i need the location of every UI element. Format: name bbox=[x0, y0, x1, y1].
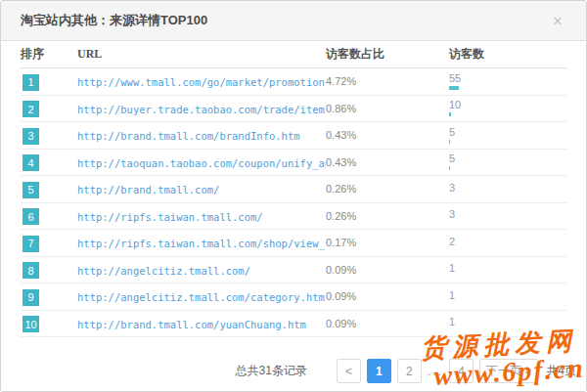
pagination: 总共31条记录 < 12...4 下一页 > 共4页 bbox=[1, 359, 586, 383]
visitor-count: 1 bbox=[449, 317, 566, 327]
visitor-count: 2 bbox=[449, 237, 566, 247]
source-detail-dialog: 淘宝站内其他：来源详情TOP100 × 排序 URL 访客数占比 访客数 1 h… bbox=[0, 0, 587, 392]
table-row: 6 http://ripfs.taiwan.tmall.com/ 0.26% 3 bbox=[21, 203, 566, 231]
table-row: 5 http://brand.tmall.com/ 0.26% 3 bbox=[21, 176, 566, 203]
total-pages-label: 共4页 bbox=[546, 363, 576, 379]
visitor-percentage: 0.09% bbox=[326, 264, 449, 276]
visitor-count: 55 bbox=[449, 73, 566, 84]
visitor-percentage: 0.26% bbox=[326, 210, 449, 222]
page-button-2[interactable]: 2 bbox=[397, 359, 422, 383]
visitor-count: 1 bbox=[449, 263, 566, 274]
close-icon[interactable]: × bbox=[549, 11, 566, 31]
rank-badge: 1 bbox=[23, 74, 39, 91]
page-ellipsis: ... bbox=[428, 365, 443, 378]
visitor-percentage: 0.43% bbox=[326, 129, 449, 141]
source-url-link[interactable]: http://ripfs.taiwan.tmall.com/ bbox=[77, 211, 263, 223]
table-row: 10 http://brand.tmall.com/yuanChuang.htm… bbox=[21, 311, 566, 338]
visitor-percentage: 0.09% bbox=[326, 318, 449, 329]
source-url-link[interactable]: http://brand.tmall.com/ bbox=[77, 184, 219, 196]
rank-badge: 7 bbox=[23, 236, 39, 252]
table-row: 3 http://brand.tmall.com/brandInfo.htm 0… bbox=[21, 122, 566, 150]
count-bar bbox=[449, 86, 459, 90]
rank-badge: 3 bbox=[23, 128, 39, 145]
count-bar bbox=[449, 140, 450, 144]
visitor-percentage: 4.72% bbox=[326, 75, 449, 87]
rank-badge: 4 bbox=[23, 154, 39, 171]
column-header-count: 访客数 bbox=[449, 46, 566, 63]
rank-badge: 10 bbox=[23, 316, 39, 332]
source-url-link[interactable]: http://angelcitiz.tmall.com/ bbox=[77, 265, 250, 277]
source-url-link[interactable]: http://brand.tmall.com/yuanChuang.htm bbox=[77, 319, 306, 330]
table-row: 2 http://buyer.trade.taobao.com/trade/it… bbox=[21, 96, 566, 123]
next-page-button[interactable]: 下一页 > bbox=[479, 359, 538, 383]
page-button-4[interactable]: 4 bbox=[449, 359, 474, 383]
visitor-percentage: 0.86% bbox=[326, 103, 449, 114]
source-url-link[interactable]: http://brand.tmall.com/brandInfo.htm bbox=[77, 130, 300, 142]
visitor-count: 5 bbox=[449, 127, 566, 138]
visitor-count: 3 bbox=[449, 209, 566, 220]
page-buttons: 12...4 bbox=[361, 359, 474, 383]
count-bar bbox=[449, 166, 450, 170]
visitor-percentage: 0.43% bbox=[326, 156, 449, 168]
rank-badge: 9 bbox=[23, 289, 39, 306]
rank-badge: 5 bbox=[23, 182, 39, 198]
source-table: 排序 URL 访客数占比 访客数 1 http://www.tmall.com/… bbox=[1, 41, 586, 337]
dialog-title: 淘宝站内其他：来源详情TOP100 bbox=[21, 12, 549, 29]
visitor-count: 1 bbox=[449, 290, 566, 301]
source-url-link[interactable]: http://taoquan.taobao.com/coupon/unify_a… bbox=[77, 157, 326, 169]
prev-page-button[interactable]: < bbox=[337, 359, 361, 383]
table-row: 4 http://taoquan.taobao.com/coupon/unify… bbox=[21, 150, 566, 177]
visitor-count: 3 bbox=[449, 183, 566, 194]
rank-badge: 8 bbox=[23, 262, 39, 279]
count-bar bbox=[449, 112, 451, 116]
visitor-percentage: 0.09% bbox=[326, 290, 449, 302]
source-url-link[interactable]: http://angelcitiz.tmall.com/category.htm bbox=[77, 291, 325, 303]
column-header-pct: 访客数占比 bbox=[326, 46, 449, 63]
rank-badge: 6 bbox=[23, 208, 39, 225]
column-header-url: URL bbox=[77, 47, 326, 62]
visitor-percentage: 0.26% bbox=[326, 183, 449, 195]
visitor-count: 5 bbox=[449, 153, 566, 164]
dialog-header: 淘宝站内其他：来源详情TOP100 × bbox=[1, 1, 586, 41]
visitor-percentage: 0.17% bbox=[326, 237, 449, 248]
table-row: 9 http://angelcitiz.tmall.com/category.h… bbox=[21, 283, 566, 311]
page-button-1[interactable]: 1 bbox=[367, 359, 391, 383]
rank-badge: 2 bbox=[23, 101, 39, 117]
table-row: 7 http://ripfs.taiwan.tmall.com/shop/vie… bbox=[21, 230, 566, 257]
visitor-count: 10 bbox=[449, 100, 566, 110]
column-header-rank: 排序 bbox=[21, 46, 77, 63]
table-header-row: 排序 URL 访客数占比 访客数 bbox=[21, 41, 566, 68]
table-body: 1 http://www.tmall.com/go/market/promoti… bbox=[21, 68, 566, 337]
table-row: 1 http://www.tmall.com/go/market/promoti… bbox=[21, 68, 566, 96]
source-url-link[interactable]: http://www.tmall.com/go/market/promotion… bbox=[77, 76, 326, 88]
total-records-label: 总共31条记录 bbox=[236, 363, 307, 379]
source-url-link[interactable]: http://buyer.trade.taobao.com/trade/item… bbox=[77, 104, 326, 115]
source-url-link[interactable]: http://ripfs.taiwan.tmall.com/shop/view_… bbox=[77, 238, 326, 249]
table-row: 8 http://angelcitiz.tmall.com/ 0.09% 1 bbox=[21, 257, 566, 284]
